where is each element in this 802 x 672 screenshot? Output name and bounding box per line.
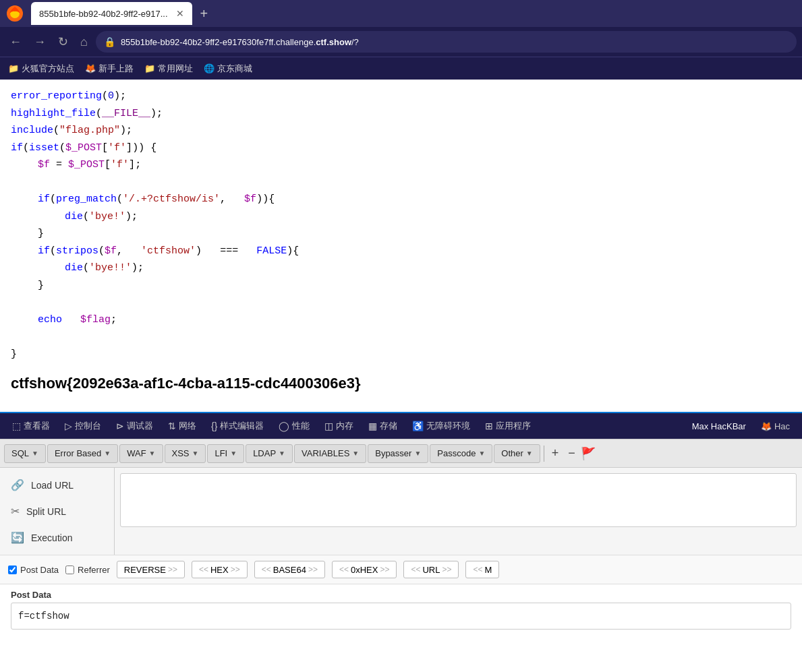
devtool-firefox-menu[interactable]: 🦊 Hac — [754, 419, 797, 434]
performance-icon: ◯ — [279, 421, 289, 431]
bookmark-item-0[interactable]: 📁 火狐官方站点 — [8, 63, 74, 75]
remove-btn[interactable]: − — [564, 446, 579, 460]
address-bar[interactable]: 🔒 855b1bfe-bb92-40b2-9ff2-e917630fe7ff.c… — [96, 31, 797, 53]
link-icon: 🔗 — [11, 479, 24, 491]
url-encode-btn[interactable]: << URL >> — [403, 561, 459, 578]
bookmark-folder-icon-0: 📁 — [8, 63, 19, 73]
url-arrow-left: << — [411, 565, 420, 574]
passcode-dropdown-icon: ▼ — [478, 450, 485, 457]
active-tab[interactable]: 855b1bfe-bb92-40b2-9ff2-e917... ✕ — [31, 2, 192, 25]
post-data-input[interactable] — [11, 603, 791, 630]
sql-btn[interactable]: SQL ▼ — [4, 444, 46, 463]
devtool-application[interactable]: ⊞ 应用程序 — [478, 417, 538, 435]
code-line-5: $f = $_POST['f']; — [38, 156, 791, 174]
referrer-checkbox[interactable] — [65, 566, 74, 574]
bypasser-btn[interactable]: Bypasser ▼ — [368, 444, 428, 463]
scissors-icon: ✂ — [11, 505, 20, 518]
devtool-style-editor[interactable]: {} 样式编辑器 — [204, 417, 270, 435]
code-line-blank3 — [11, 328, 791, 346]
other-btn[interactable]: Other ▼ — [494, 444, 540, 463]
error-based-btn[interactable]: Error Based ▼ — [47, 444, 118, 463]
devtool-inspector[interactable]: ⬚ 查看器 — [5, 417, 57, 435]
0xhex-btn[interactable]: << 0xHEX >> — [332, 561, 397, 578]
post-data-checkbox-label[interactable]: Post Data — [8, 565, 59, 575]
code-line-8: } — [38, 225, 791, 243]
post-data-checkbox[interactable] — [8, 566, 17, 574]
refresh-icon: 🔄 — [11, 531, 24, 544]
ldap-dropdown-icon: ▼ — [279, 450, 285, 457]
url-input-area[interactable] — [120, 473, 797, 527]
devtool-accessibility[interactable]: ♿ 无障碍环境 — [405, 417, 477, 435]
xss-dropdown-icon: ▼ — [192, 450, 199, 457]
devtool-storage[interactable]: ▦ 存储 — [362, 417, 404, 435]
tab-close-btn[interactable]: ✕ — [176, 8, 184, 19]
page-content: error_reporting(0); highlight_file(__FIL… — [0, 80, 802, 412]
security-icon: 🔒 — [104, 36, 115, 47]
sql-dropdown-icon: ▼ — [32, 450, 38, 457]
waf-btn[interactable]: WAF ▼ — [119, 444, 163, 463]
reload-btn[interactable]: ↻ — [54, 32, 72, 52]
bookmark-item-1[interactable]: 🦊 新手上路 — [85, 63, 134, 75]
firefox-mini-icon: 🦊 — [761, 421, 772, 431]
url-text: 855b1bfe-bb92-40b2-9ff2-e917630fe7ff.cha… — [121, 37, 359, 47]
devtool-performance[interactable]: ◯ 性能 — [272, 417, 316, 435]
debugger-icon: ⊳ — [116, 421, 124, 431]
hackbar-main — [115, 468, 802, 555]
bookmark-firefox-icon: 🦊 — [85, 63, 96, 73]
referrer-checkbox-label[interactable]: Referrer — [65, 565, 110, 575]
hackbar-body: 🔗 Load URL ✂ Split URL 🔄 Execution — [0, 468, 802, 555]
home-btn[interactable]: ⌂ — [76, 32, 92, 52]
forward-btn[interactable]: → — [30, 32, 50, 52]
devtools-bar: ⬚ 查看器 ▷ 控制台 ⊳ 调试器 ⇅ 网络 {} 样式编辑器 ◯ 性能 ◫ 内… — [0, 412, 802, 439]
new-tab-btn[interactable]: + — [195, 6, 214, 22]
split-url-btn[interactable]: ✂ Split URL — [0, 498, 114, 524]
bookmark-item-2[interactable]: 📁 常用网址 — [144, 63, 193, 75]
code-line-9: if(stripos($f, 'ctfshow') === FALSE){ — [38, 243, 791, 260]
hackbar-sidebar: 🔗 Load URL ✂ Split URL 🔄 Execution — [0, 468, 115, 555]
url-arrow-right: >> — [442, 565, 451, 574]
reverse-btn[interactable]: REVERSE >> — [117, 561, 185, 578]
application-icon: ⊞ — [485, 421, 493, 431]
code-line-1: error_reporting(0); — [11, 88, 791, 105]
back-btn[interactable]: ← — [5, 32, 26, 52]
code-line-6: if(preg_match('/.+?ctfshow/is', $f)){ — [38, 191, 791, 208]
bookmark-item-3[interactable]: 🌐 京东商城 — [204, 63, 252, 75]
style-editor-icon: {} — [211, 421, 217, 431]
hex-arrow-left: << — [199, 565, 208, 574]
m-btn[interactable]: << M — [465, 561, 499, 578]
tab-title: 855b1bfe-bb92-40b2-9ff2-e917... — [39, 9, 168, 19]
accessibility-icon: ♿ — [412, 421, 424, 431]
bookmarks-bar: 📁 火狐官方站点 🦊 新手上路 📁 常用网址 🌐 京东商城 — [0, 57, 802, 80]
firefox-logo — [5, 4, 24, 23]
code-line-blank2 — [11, 294, 791, 311]
code-line-12: echo $flag; — [38, 311, 791, 329]
devtool-network[interactable]: ⇅ 网络 — [161, 417, 203, 435]
add-btn[interactable]: + — [548, 446, 563, 460]
devtool-memory[interactable]: ◫ 内存 — [318, 417, 360, 435]
base64-btn[interactable]: << BASE64 >> — [254, 561, 325, 578]
ldap-btn[interactable]: LDAP ▼ — [246, 444, 293, 463]
browser-chrome: 855b1bfe-bb92-40b2-9ff2-e917... ✕ + ← → … — [0, 0, 802, 80]
nav-bar: ← → ↻ ⌂ 🔒 855b1bfe-bb92-40b2-9ff2-e91763… — [0, 27, 802, 57]
devtool-debugger[interactable]: ⊳ 调试器 — [109, 417, 160, 435]
hackbar-options: Post Data Referrer REVERSE >> << HEX >> … — [0, 555, 802, 584]
console-icon: ▷ — [65, 421, 72, 431]
flag-output: ctfshow{2092e63a-af1c-4cba-a115-cdc44003… — [11, 371, 791, 396]
lfi-btn[interactable]: LFI ▼ — [207, 444, 244, 463]
post-data-label: Post Data — [11, 590, 791, 600]
base64-arrow-right: >> — [308, 565, 318, 574]
execution-btn[interactable]: 🔄 Execution — [0, 524, 114, 551]
error-based-dropdown-icon: ▼ — [104, 450, 111, 457]
load-url-btn[interactable]: 🔗 Load URL — [0, 472, 114, 498]
code-line-11: } — [38, 277, 791, 295]
variables-dropdown-icon: ▼ — [352, 450, 359, 457]
passcode-btn[interactable]: Passcode ▼ — [430, 444, 492, 463]
devtool-console[interactable]: ▷ 控制台 — [58, 417, 108, 435]
code-line-4: if(isset($_POST['f'])) { — [11, 140, 791, 157]
network-icon: ⇅ — [168, 421, 176, 431]
variables-btn[interactable]: VARIABLES ▼ — [294, 444, 366, 463]
other-dropdown-icon: ▼ — [526, 450, 533, 457]
hex-btn[interactable]: << HEX >> — [192, 561, 248, 578]
inspector-icon: ⬚ — [12, 421, 21, 431]
xss-btn[interactable]: XSS ▼ — [165, 444, 206, 463]
